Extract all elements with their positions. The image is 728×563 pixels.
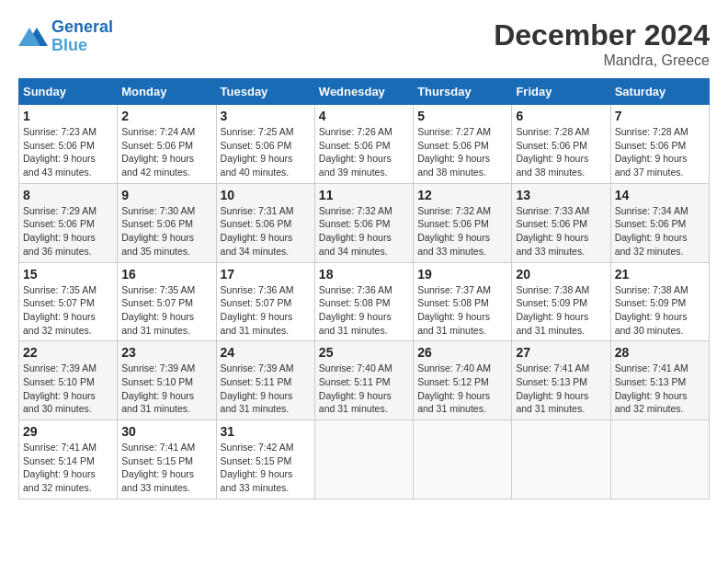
day-number: 13: [516, 188, 606, 202]
day-number: 27: [516, 345, 606, 360]
day-info: Sunrise: 7:24 AM Sunset: 5:06 PM Dayligh…: [121, 125, 211, 179]
calendar-cell: 2Sunrise: 7:24 AM Sunset: 5:06 PM Daylig…: [118, 105, 216, 184]
day-number: 21: [615, 267, 705, 282]
weekday-label: Tuesday: [216, 79, 314, 105]
day-info: Sunrise: 7:32 AM Sunset: 5:06 PM Dayligh…: [319, 204, 409, 259]
calendar-cell: 4Sunrise: 7:26 AM Sunset: 5:06 PM Daylig…: [314, 105, 413, 184]
day-number: 22: [23, 345, 113, 360]
day-number: 1: [23, 109, 113, 123]
logo-icon: [18, 24, 48, 50]
calendar-cell: 20Sunrise: 7:38 AM Sunset: 5:09 PM Dayli…: [512, 262, 610, 341]
calendar-table: SundayMondayTuesdayWednesdayThursdayFrid…: [18, 78, 710, 500]
weekday-header-row: SundayMondayTuesdayWednesdayThursdayFrid…: [19, 79, 710, 105]
month-title: December 2024: [494, 18, 710, 52]
day-info: Sunrise: 7:36 AM Sunset: 5:07 PM Dayligh…: [221, 283, 311, 338]
day-number: 29: [23, 424, 113, 439]
calendar-cell: 16Sunrise: 7:35 AM Sunset: 5:07 PM Dayli…: [118, 262, 216, 341]
day-info: Sunrise: 7:33 AM Sunset: 5:06 PM Dayligh…: [516, 204, 606, 259]
day-number: 15: [23, 267, 113, 282]
day-number: 12: [417, 188, 507, 202]
calendar-cell: 14Sunrise: 7:34 AM Sunset: 5:06 PM Dayli…: [610, 183, 709, 262]
day-number: 30: [121, 424, 211, 439]
calendar-week-row: 1Sunrise: 7:23 AM Sunset: 5:06 PM Daylig…: [19, 105, 710, 184]
day-number: 14: [615, 188, 705, 202]
weekday-label: Monday: [118, 79, 216, 105]
day-number: 25: [319, 345, 409, 360]
calendar-cell: 19Sunrise: 7:37 AM Sunset: 5:08 PM Dayli…: [414, 262, 512, 341]
calendar-cell: 18Sunrise: 7:36 AM Sunset: 5:08 PM Dayli…: [314, 262, 413, 341]
day-number: 17: [221, 267, 311, 282]
day-info: Sunrise: 7:26 AM Sunset: 5:06 PM Dayligh…: [319, 125, 409, 179]
day-info: Sunrise: 7:39 AM Sunset: 5:10 PM Dayligh…: [23, 362, 113, 416]
day-number: 18: [319, 267, 409, 282]
day-number: 2: [121, 109, 211, 123]
day-info: Sunrise: 7:41 AM Sunset: 5:14 PM Dayligh…: [23, 441, 113, 495]
calendar-cell: 3Sunrise: 7:25 AM Sunset: 5:06 PM Daylig…: [216, 105, 314, 184]
calendar-cell: 6Sunrise: 7:28 AM Sunset: 5:06 PM Daylig…: [512, 105, 610, 184]
calendar-cell: 27Sunrise: 7:41 AM Sunset: 5:13 PM Dayli…: [512, 341, 610, 420]
calendar-body: 1Sunrise: 7:23 AM Sunset: 5:06 PM Daylig…: [19, 105, 710, 500]
day-info: Sunrise: 7:41 AM Sunset: 5:13 PM Dayligh…: [516, 362, 606, 416]
calendar-cell: 17Sunrise: 7:36 AM Sunset: 5:07 PM Dayli…: [216, 262, 314, 341]
title-block: December 2024 Mandra, Greece: [494, 18, 710, 69]
day-number: 4: [319, 109, 409, 123]
calendar-cell: 24Sunrise: 7:39 AM Sunset: 5:11 PM Dayli…: [216, 341, 314, 420]
day-number: 26: [417, 345, 507, 360]
calendar-cell: 13Sunrise: 7:33 AM Sunset: 5:06 PM Dayli…: [512, 183, 610, 262]
calendar-cell: 22Sunrise: 7:39 AM Sunset: 5:10 PM Dayli…: [19, 341, 118, 420]
day-number: 3: [221, 109, 311, 123]
day-info: Sunrise: 7:23 AM Sunset: 5:06 PM Dayligh…: [23, 125, 113, 179]
calendar-cell: [610, 420, 709, 500]
day-number: 5: [417, 109, 507, 123]
day-info: Sunrise: 7:27 AM Sunset: 5:06 PM Dayligh…: [417, 125, 507, 179]
calendar-cell: 23Sunrise: 7:39 AM Sunset: 5:10 PM Dayli…: [118, 341, 216, 420]
calendar-week-row: 8Sunrise: 7:29 AM Sunset: 5:06 PM Daylig…: [19, 183, 710, 262]
calendar-cell: 30Sunrise: 7:41 AM Sunset: 5:15 PM Dayli…: [118, 420, 216, 500]
calendar-cell: [314, 420, 413, 500]
day-info: Sunrise: 7:32 AM Sunset: 5:06 PM Dayligh…: [417, 204, 507, 259]
calendar-cell: [414, 420, 512, 500]
day-info: Sunrise: 7:31 AM Sunset: 5:06 PM Dayligh…: [221, 204, 311, 259]
day-info: Sunrise: 7:40 AM Sunset: 5:11 PM Dayligh…: [319, 362, 409, 416]
day-info: Sunrise: 7:28 AM Sunset: 5:06 PM Dayligh…: [615, 125, 705, 179]
day-info: Sunrise: 7:38 AM Sunset: 5:09 PM Dayligh…: [615, 283, 705, 338]
calendar-cell: [512, 420, 610, 500]
calendar-cell: 12Sunrise: 7:32 AM Sunset: 5:06 PM Dayli…: [414, 183, 512, 262]
day-info: Sunrise: 7:25 AM Sunset: 5:06 PM Dayligh…: [221, 125, 311, 179]
calendar-week-row: 15Sunrise: 7:35 AM Sunset: 5:07 PM Dayli…: [19, 262, 710, 341]
calendar-cell: 11Sunrise: 7:32 AM Sunset: 5:06 PM Dayli…: [314, 183, 413, 262]
weekday-label: Friday: [512, 79, 610, 105]
day-number: 28: [615, 345, 705, 360]
day-number: 9: [121, 188, 211, 202]
weekday-label: Thursday: [414, 79, 512, 105]
calendar-cell: 31Sunrise: 7:42 AM Sunset: 5:15 PM Dayli…: [216, 420, 314, 500]
calendar-cell: 15Sunrise: 7:35 AM Sunset: 5:07 PM Dayli…: [19, 262, 118, 341]
calendar-cell: 7Sunrise: 7:28 AM Sunset: 5:06 PM Daylig…: [610, 105, 709, 184]
logo: General Blue: [18, 18, 113, 55]
day-info: Sunrise: 7:41 AM Sunset: 5:13 PM Dayligh…: [615, 362, 705, 416]
day-number: 19: [417, 267, 507, 282]
day-info: Sunrise: 7:35 AM Sunset: 5:07 PM Dayligh…: [23, 283, 113, 338]
day-number: 10: [221, 188, 311, 202]
day-info: Sunrise: 7:30 AM Sunset: 5:06 PM Dayligh…: [121, 204, 211, 259]
day-number: 6: [516, 109, 606, 123]
day-info: Sunrise: 7:42 AM Sunset: 5:15 PM Dayligh…: [221, 441, 311, 495]
day-info: Sunrise: 7:28 AM Sunset: 5:06 PM Dayligh…: [516, 125, 606, 179]
day-info: Sunrise: 7:41 AM Sunset: 5:15 PM Dayligh…: [121, 441, 211, 495]
day-info: Sunrise: 7:37 AM Sunset: 5:08 PM Dayligh…: [417, 283, 507, 338]
day-number: 11: [319, 188, 409, 202]
day-number: 31: [221, 424, 311, 439]
day-number: 23: [121, 345, 211, 360]
calendar-cell: 5Sunrise: 7:27 AM Sunset: 5:06 PM Daylig…: [414, 105, 512, 184]
day-number: 16: [121, 267, 211, 282]
day-number: 24: [221, 345, 311, 360]
calendar-cell: 21Sunrise: 7:38 AM Sunset: 5:09 PM Dayli…: [610, 262, 709, 341]
calendar-cell: 25Sunrise: 7:40 AM Sunset: 5:11 PM Dayli…: [314, 341, 413, 420]
calendar-cell: 8Sunrise: 7:29 AM Sunset: 5:06 PM Daylig…: [19, 183, 118, 262]
day-info: Sunrise: 7:29 AM Sunset: 5:06 PM Dayligh…: [23, 204, 113, 259]
calendar-cell: 9Sunrise: 7:30 AM Sunset: 5:06 PM Daylig…: [118, 183, 216, 262]
day-number: 7: [615, 109, 705, 123]
calendar-cell: 29Sunrise: 7:41 AM Sunset: 5:14 PM Dayli…: [19, 420, 118, 500]
calendar-cell: 1Sunrise: 7:23 AM Sunset: 5:06 PM Daylig…: [19, 105, 118, 184]
day-number: 20: [516, 267, 606, 282]
